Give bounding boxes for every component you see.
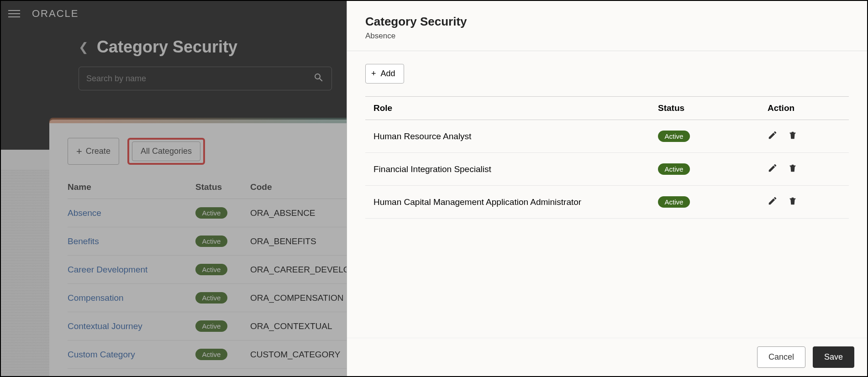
drawer-title: Category Security — [365, 15, 849, 29]
drawer-panel: Category Security Absence + Add Role Sta… — [347, 1, 867, 376]
drawer-header: Category Security Absence — [347, 1, 867, 51]
role-name: Financial Integration Specialist — [374, 164, 658, 174]
roles-row: Human Capital Management Application Adm… — [365, 186, 849, 219]
delete-icon[interactable] — [788, 130, 798, 142]
col-action: Action — [768, 103, 841, 113]
edit-icon[interactable] — [768, 163, 778, 175]
save-button[interactable]: Save — [813, 346, 854, 368]
add-label: Add — [381, 69, 395, 79]
drawer-footer: Cancel Save — [347, 338, 867, 376]
edit-icon[interactable] — [768, 130, 778, 142]
plus-icon: + — [371, 69, 376, 79]
col-role: Role — [374, 103, 658, 113]
roles-row: Financial Integration Specialist Active — [365, 153, 849, 186]
delete-icon[interactable] — [788, 163, 798, 175]
status-badge: Active — [658, 163, 690, 175]
status-badge: Active — [658, 131, 690, 142]
cancel-button[interactable]: Cancel — [757, 346, 805, 368]
col-status: Status — [658, 103, 768, 113]
drawer-body: + Add Role Status Action Human Resource … — [347, 51, 867, 338]
add-button[interactable]: + Add — [365, 64, 404, 84]
role-name: Human Resource Analyst — [374, 131, 658, 141]
delete-icon[interactable] — [788, 196, 798, 208]
role-name: Human Capital Management Application Adm… — [374, 197, 658, 207]
status-badge: Active — [658, 196, 690, 208]
edit-icon[interactable] — [768, 196, 778, 208]
drawer-subtitle: Absence — [365, 31, 849, 41]
roles-row: Human Resource Analyst Active — [365, 120, 849, 153]
roles-table-header: Role Status Action — [365, 96, 849, 120]
